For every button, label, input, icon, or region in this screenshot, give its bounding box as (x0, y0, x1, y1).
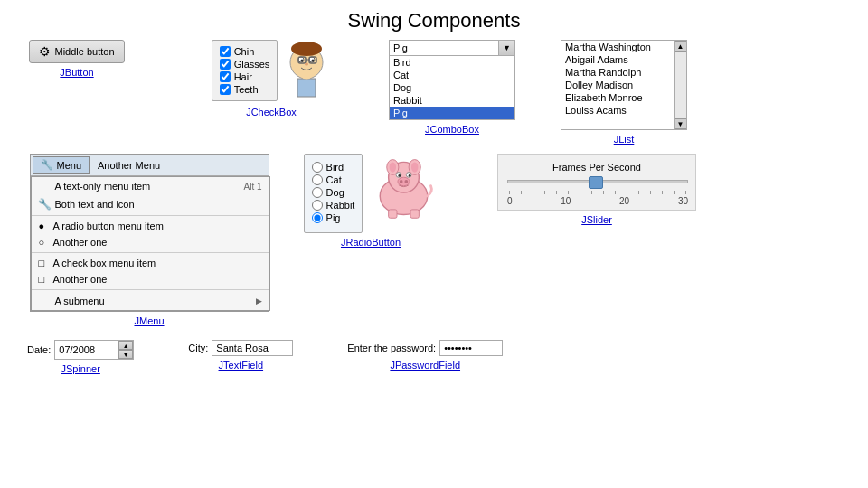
textfield-input[interactable] (212, 340, 293, 356)
menu-item-icon: 🔧 (39, 198, 52, 211)
spinner-up-button[interactable]: ▲ (118, 341, 133, 350)
jcombobox-component-label[interactable]: JComboBox (425, 124, 479, 135)
slider-label-20: 20 (619, 196, 629, 206)
menu-item-check2[interactable]: □ Another one (32, 271, 269, 287)
spinner-input[interactable] (55, 343, 118, 357)
menu-item-check1[interactable]: □ A check box menu item (32, 255, 269, 271)
menu-bar-menu-label: Menu (57, 160, 82, 171)
radio-bird-label: Bird (326, 162, 344, 173)
menu-item-radio2[interactable]: ○ Another one (32, 234, 269, 250)
radio-dog[interactable]: Dog (312, 187, 355, 198)
tick (580, 191, 580, 194)
glasses-checkbox[interactable] (220, 59, 231, 70)
combo-option-cat[interactable]: Cat (390, 69, 514, 81)
page-title: Swing Components (0, 0, 868, 40)
menu-item-icon-left: 🔧 Both text and icon (39, 198, 135, 211)
slider-title: Frames Per Second (507, 162, 686, 173)
slider-labels: 0 10 20 30 (507, 196, 688, 206)
combo-dropdown-arrow[interactable]: ▼ (498, 41, 514, 55)
radio-pig-input[interactable] (312, 212, 323, 223)
combo-option-pig[interactable]: Pig (390, 107, 514, 119)
password-input[interactable] (439, 340, 503, 356)
menu-container: 🔧 Menu Another Menu A text-only menu ite… (30, 154, 269, 312)
list-item[interactable]: Martha Washington (561, 41, 674, 53)
spinner-label: Date: (27, 344, 51, 355)
svg-rect-10 (297, 79, 316, 97)
jradio-component-label[interactable]: JRadioButton (341, 237, 401, 248)
list-item[interactable]: Martha Randolph (561, 66, 674, 79)
checkbox-hair[interactable]: Hair (220, 71, 270, 82)
radio-dog-label: Dog (326, 187, 344, 198)
radio-rabbit-input[interactable] (312, 200, 323, 211)
teeth-checkbox[interactable] (220, 84, 231, 95)
list-item[interactable]: Elizabeth Monroe (561, 91, 674, 104)
slider-thumb[interactable] (589, 176, 603, 189)
menu-bar-item-menu[interactable]: 🔧 Menu (33, 156, 90, 174)
menu-shortcut-alt1: Alt 1 (243, 182, 261, 192)
radio-rabbit[interactable]: Rabbit (312, 200, 355, 211)
jbutton-area: ⚙ Middle button JButton (27, 40, 127, 78)
spinner-down-button[interactable]: ▼ (118, 350, 133, 359)
list-item[interactable]: Dolley Madison (561, 79, 674, 91)
submenu-empty-icon (39, 295, 52, 307)
tick (627, 191, 627, 194)
radio-bird-input[interactable] (312, 162, 323, 173)
tick (521, 191, 522, 194)
tick (591, 191, 592, 194)
slider-label-30: 30 (678, 196, 688, 206)
menu-radio1-left: ● A radio button menu item (39, 221, 164, 231)
menu-item-left: A text-only menu item (39, 180, 151, 192)
menu-item-text-only[interactable]: A text-only menu item Alt 1 (32, 177, 269, 195)
radio-cat[interactable]: Cat (312, 174, 355, 185)
combo-option-bird[interactable]: Bird (390, 56, 514, 69)
list-item[interactable]: Louiss Acams (561, 104, 674, 117)
jcheckbox-component-label[interactable]: JCheckBox (246, 107, 297, 117)
slider-ticks (507, 191, 688, 194)
svg-point-4 (301, 60, 304, 62)
menu-item-icon-text[interactable]: 🔧 Both text and icon (32, 195, 269, 213)
menu-separator-3 (32, 289, 269, 290)
radio-dog-input[interactable] (312, 187, 323, 198)
tick (638, 191, 639, 194)
svg-point-15 (390, 162, 397, 172)
menu-icon-text-label: Both text and icon (55, 199, 135, 210)
jpassword-component-label[interactable]: JPasswordField (390, 360, 460, 371)
svg-point-20 (409, 174, 411, 177)
slider-track (507, 180, 688, 183)
list-item[interactable]: Abigail Adams (561, 53, 674, 66)
radio-bird[interactable]: Bird (312, 162, 355, 173)
checkbox-chin[interactable]: Chin (220, 46, 270, 57)
submenu-arrow-icon: ▶ (256, 296, 262, 305)
chin-checkbox[interactable] (220, 46, 231, 57)
checkbox-teeth[interactable]: Teeth (220, 84, 270, 95)
pig-illustration (370, 154, 438, 221)
password-label: Enter the password: (347, 343, 436, 353)
jbutton-label: Middle button (54, 46, 114, 57)
radio-pig[interactable]: Pig (312, 212, 355, 223)
radio-button-icon: ● (39, 221, 50, 231)
menu-item-radio1[interactable]: ● A radio button menu item (32, 218, 269, 234)
scroll-up-button[interactable]: ▲ (675, 41, 687, 52)
hair-checkbox[interactable] (220, 71, 231, 82)
middle-button[interactable]: ⚙ Middle button (29, 40, 124, 63)
jtextfield-component-label[interactable]: JTextField (219, 360, 264, 371)
combobox[interactable]: Pig ▼ (389, 40, 515, 56)
combo-dropdown-list: Bird Cat Dog Rabbit Pig (389, 56, 515, 120)
menu-bar-item-another[interactable]: Another Menu (90, 156, 168, 174)
checkbox-glasses[interactable]: Glasses (220, 59, 270, 70)
jspinner-component-label[interactable]: JSpinner (61, 363, 99, 374)
scroll-down-button[interactable]: ▼ (675, 118, 687, 129)
radio-cat-input[interactable] (312, 174, 323, 185)
jslider-component-label[interactable]: JSlider (581, 214, 612, 225)
combo-option-rabbit[interactable]: Rabbit (390, 94, 514, 107)
combo-option-dog[interactable]: Dog (390, 81, 514, 94)
menu-bar: 🔧 Menu Another Menu (31, 155, 269, 176)
menu-item-submenu[interactable]: A submenu ▶ (32, 292, 269, 310)
jlist-component-label[interactable]: JList (614, 134, 635, 145)
jlist-scroll[interactable]: Martha Washington Abigail Adams Martha R… (561, 40, 687, 130)
svg-point-22 (400, 180, 403, 183)
teeth-label: Teeth (234, 84, 259, 95)
jmenu-component-label[interactable]: JMenu (134, 315, 164, 326)
jslider-area: Frames Per Second (497, 154, 696, 225)
jbutton-component-label[interactable]: JButton (60, 67, 93, 78)
